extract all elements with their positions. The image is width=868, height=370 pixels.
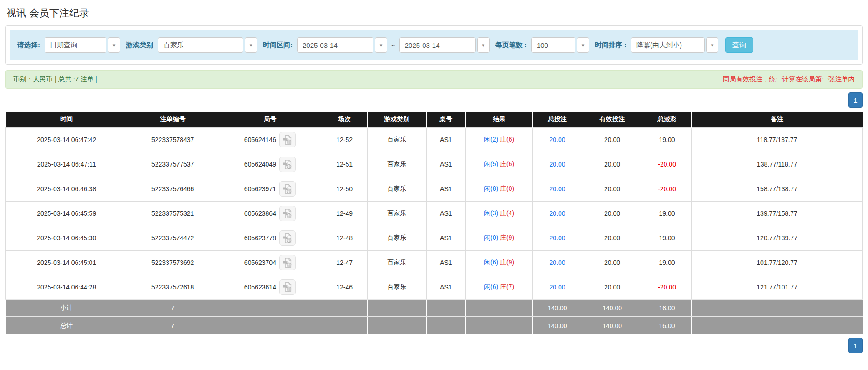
table-row: 2025-03-14 06:44:28522337572618605623614… bbox=[6, 275, 863, 299]
cell-session: 12-52 bbox=[322, 127, 367, 152]
total-bet-link[interactable]: 20.00 bbox=[550, 234, 565, 242]
time-sort-caret-button[interactable]: ▾ bbox=[706, 37, 718, 53]
total-bet-link[interactable]: 20.00 bbox=[550, 136, 565, 143]
game-type-caret-button[interactable]: ▾ bbox=[245, 37, 257, 53]
cell-round-id: 605623971 bbox=[218, 177, 322, 201]
total-bet-link[interactable]: 20.00 bbox=[550, 284, 565, 291]
time-sort-label: 时间排序 : bbox=[595, 41, 626, 50]
cell-round-id: 605624146 bbox=[218, 127, 322, 152]
cell-payout: -20.00 bbox=[642, 152, 691, 177]
date-from-caret-button[interactable]: ▾ bbox=[375, 37, 387, 53]
video-file-icon bbox=[282, 208, 293, 219]
video-replay-button[interactable] bbox=[279, 132, 296, 147]
cell-total-bet: 20.00 bbox=[532, 177, 582, 201]
video-replay-button[interactable] bbox=[279, 206, 296, 221]
page-size-select[interactable]: 100 bbox=[531, 37, 575, 53]
cell-bet-id: 522337578437 bbox=[127, 127, 218, 152]
cell-valid-bet: 20.00 bbox=[582, 226, 642, 250]
chevron-down-icon: ▾ bbox=[113, 43, 116, 48]
total-bet-link[interactable]: 20.00 bbox=[550, 210, 565, 217]
cell-remark: 138.77/118.77 bbox=[692, 152, 863, 177]
video-replay-button[interactable] bbox=[279, 255, 296, 270]
cell-result: 闲(0) 庄(9) bbox=[466, 226, 533, 250]
cell-total-bet: 20.00 bbox=[532, 275, 582, 299]
page-size-caret-button[interactable]: ▾ bbox=[577, 37, 589, 53]
chevron-down-icon: ▾ bbox=[380, 43, 383, 48]
cell-result: 闲(5) 庄(6) bbox=[466, 152, 533, 177]
page-size-value: 100 bbox=[537, 41, 548, 49]
table-row: 2025-03-14 06:47:42522337578437605624146… bbox=[6, 127, 863, 152]
time-sort-select[interactable]: 降冪(由大到小) bbox=[631, 37, 705, 53]
video-file-icon bbox=[282, 159, 293, 170]
result-banker: 庄(9) bbox=[500, 258, 514, 266]
pagination-page-1-button-top[interactable]: 1 bbox=[848, 92, 863, 108]
page: 视讯 会员下注纪录 请选择: 日期查询 ▾ 游戏类别 百家乐 ▾ 时间区间: 2… bbox=[0, 0, 868, 353]
total-session bbox=[322, 317, 367, 334]
cell-valid-bet: 20.00 bbox=[582, 152, 642, 177]
col-header-game-type: 游戏类别 bbox=[367, 112, 426, 127]
subtotal-session bbox=[322, 299, 367, 317]
cell-session: 12-49 bbox=[322, 201, 367, 226]
total-label: 总计 bbox=[6, 317, 127, 334]
pagination-top: 1 bbox=[5, 92, 863, 108]
game-type-select[interactable]: 百家乐 bbox=[158, 37, 243, 53]
date-from-input[interactable]: 2025-03-14 bbox=[297, 37, 373, 53]
video-replay-button[interactable] bbox=[279, 279, 296, 295]
query-type-select[interactable]: 日期查询 bbox=[45, 37, 106, 53]
total-bet-link[interactable]: 20.00 bbox=[550, 185, 565, 193]
pagination-page-1-button-bottom[interactable]: 1 bbox=[848, 338, 863, 353]
cell-session: 12-48 bbox=[322, 226, 367, 250]
round-id-value: 605623614 bbox=[244, 284, 276, 291]
date-to-input[interactable]: 2025-03-14 bbox=[399, 37, 476, 53]
cell-total-bet: 20.00 bbox=[532, 201, 582, 226]
page-title: 视讯 会员下注纪录 bbox=[5, 0, 863, 25]
video-file-icon bbox=[282, 258, 293, 268]
query-type-caret-button[interactable]: ▾ bbox=[108, 37, 120, 53]
video-replay-button[interactable] bbox=[279, 230, 296, 246]
total-round bbox=[218, 317, 322, 334]
cell-remark: 120.77/139.77 bbox=[692, 226, 863, 250]
records-table: 时间 注单编号 局号 场次 游戏类别 桌号 结果 总投注 有效投注 总派彩 备注… bbox=[5, 112, 863, 334]
video-replay-button[interactable] bbox=[279, 181, 296, 197]
result-banker: 庄(6) bbox=[500, 136, 514, 143]
cell-game-type: 百家乐 bbox=[367, 275, 426, 299]
subtotal-count: 7 bbox=[127, 299, 218, 317]
result-banker: 庄(7) bbox=[500, 283, 514, 290]
cell-table-no: AS1 bbox=[426, 275, 466, 299]
cell-session: 12-51 bbox=[322, 152, 367, 177]
cell-time: 2025-03-14 06:47:42 bbox=[6, 127, 127, 152]
search-button[interactable]: 查询 bbox=[725, 37, 753, 53]
cell-table-no: AS1 bbox=[426, 177, 466, 201]
video-replay-button[interactable] bbox=[279, 157, 296, 172]
chevron-down-icon: ▾ bbox=[711, 43, 714, 48]
cell-time: 2025-03-14 06:46:38 bbox=[6, 177, 127, 201]
total-bet-link[interactable]: 20.00 bbox=[550, 259, 565, 266]
cell-bet-id: 522337574472 bbox=[127, 226, 218, 250]
cell-round-id: 605624049 bbox=[218, 152, 322, 177]
total-table bbox=[426, 317, 466, 334]
cell-round-id: 605623778 bbox=[218, 226, 322, 250]
col-header-round-id: 局号 bbox=[218, 112, 322, 127]
records-tbody: 2025-03-14 06:47:42522337578437605624146… bbox=[6, 127, 863, 334]
total-bet-link[interactable]: 20.00 bbox=[550, 161, 565, 168]
payout-value: 19.00 bbox=[659, 259, 675, 266]
col-header-payout: 总派彩 bbox=[642, 112, 691, 127]
cell-game-type: 百家乐 bbox=[367, 201, 426, 226]
table-row: 2025-03-14 06:45:01522337573692605623704… bbox=[6, 250, 863, 275]
payout-value: 19.00 bbox=[659, 210, 675, 217]
cell-table-no: AS1 bbox=[426, 250, 466, 275]
currency-total-text: 币别：人民币 | 总共 :7 注单 | bbox=[13, 75, 97, 84]
subtotal-result bbox=[466, 299, 533, 317]
cell-remark: 118.77/137.77 bbox=[692, 127, 863, 152]
game-type-label: 游戏类别 bbox=[126, 41, 153, 50]
date-range-separator: ~ bbox=[391, 41, 395, 49]
date-to-value: 2025-03-14 bbox=[405, 41, 440, 49]
subtotal-valid-bet: 140.00 bbox=[582, 299, 642, 317]
cell-table-no: AS1 bbox=[426, 152, 466, 177]
cell-payout: 19.00 bbox=[642, 226, 691, 250]
cell-table-no: AS1 bbox=[426, 226, 466, 250]
date-to-caret-button[interactable]: ▾ bbox=[477, 37, 490, 53]
query-type-value: 日期查询 bbox=[50, 41, 77, 50]
col-header-time: 时间 bbox=[6, 112, 127, 127]
total-payout: 16.00 bbox=[642, 317, 691, 334]
